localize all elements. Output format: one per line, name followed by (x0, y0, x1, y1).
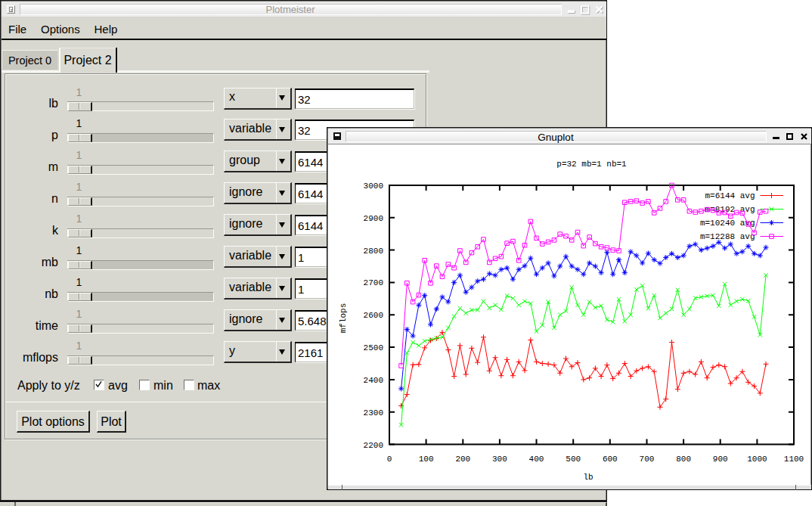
svg-text:1000: 1000 (747, 455, 767, 464)
svg-text:0: 0 (386, 455, 392, 464)
svg-text:p=32 mb=1 nb=1: p=32 mb=1 nb=1 (556, 159, 627, 168)
svg-text:600: 600 (602, 455, 617, 464)
svg-text:400: 400 (528, 455, 544, 464)
svg-text:mflops: mflops (338, 303, 347, 333)
svg-text:2400: 2400 (363, 375, 383, 384)
svg-text:500: 500 (566, 455, 581, 464)
svg-text:2900: 2900 (363, 213, 383, 222)
svg-text:2700: 2700 (363, 278, 383, 287)
svg-text:m=6144 avg: m=6144 avg (705, 191, 755, 200)
svg-text:700: 700 (639, 455, 654, 464)
svg-text:900: 900 (712, 455, 727, 464)
svg-text:2800: 2800 (363, 246, 383, 255)
svg-text:3000: 3000 (363, 182, 383, 191)
svg-text:300: 300 (491, 455, 507, 464)
svg-text:lb: lb (583, 472, 593, 481)
svg-text:1100: 1100 (783, 455, 803, 464)
svg-text:200: 200 (455, 455, 470, 464)
svg-text:100: 100 (418, 455, 433, 464)
svg-text:m=12288 avg: m=12288 avg (699, 232, 755, 241)
svg-text:800: 800 (676, 455, 691, 464)
svg-text:2600: 2600 (363, 311, 383, 320)
svg-text:2300: 2300 (363, 408, 383, 417)
svg-text:2500: 2500 (363, 343, 383, 352)
svg-text:2200: 2200 (363, 440, 383, 449)
